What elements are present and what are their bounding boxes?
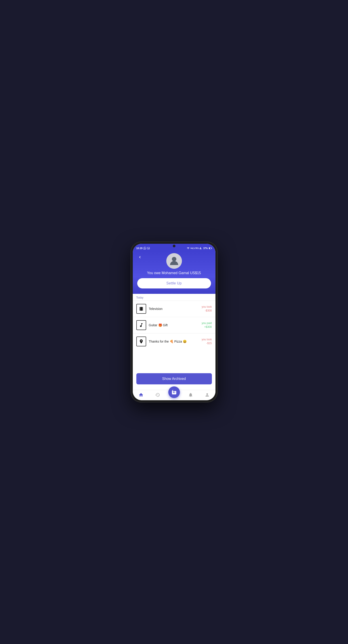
phone-screen: 10:29 Vo) LTE1 37% xyxy=(133,244,215,400)
amount-value: +$300 xyxy=(202,325,212,329)
phone-frame: 10:29 Vo) LTE1 37% xyxy=(130,242,218,402)
notifications-icon xyxy=(188,392,193,398)
content-area: Today Television you took -$300 xyxy=(133,294,215,390)
transaction-list: Television you took -$300 Guitar 🎁 Gift xyxy=(133,300,215,350)
avatar-silhouette-icon xyxy=(169,255,180,266)
transaction-item[interactable]: Guitar 🎁 Gift you paid +$300 xyxy=(133,317,215,333)
nav-item-notifications[interactable] xyxy=(182,392,199,398)
battery-text: 37% xyxy=(203,247,208,250)
amount-value: -$300 xyxy=(202,309,212,312)
show-archived-button[interactable]: Show Archived xyxy=(136,373,212,384)
battery-icon xyxy=(209,247,212,249)
wifi-icon xyxy=(187,247,190,250)
transaction-name: Guitar 🎁 Gift xyxy=(149,323,199,327)
amount-label: you took xyxy=(202,338,212,342)
nav-item-profile[interactable] xyxy=(199,392,215,398)
gallery-icon xyxy=(147,247,150,250)
amount-label: you paid xyxy=(202,321,212,325)
transaction-item[interactable]: Thanks for the 🍕 Pizza 😀 you took -$15 xyxy=(133,333,215,350)
nav-item-action[interactable] xyxy=(166,392,182,398)
transaction-name: Thanks for the 🍕 Pizza 😀 xyxy=(149,340,199,343)
bottom-navigation xyxy=(133,390,215,400)
nav-item-history[interactable] xyxy=(149,392,166,398)
header: You owe Mohamed Gamal US$15 Settle Up xyxy=(133,251,215,294)
transaction-amount: you took -$300 xyxy=(202,305,212,312)
back-button[interactable] xyxy=(136,254,143,261)
transaction-icon-music xyxy=(136,320,146,330)
home-icon xyxy=(138,392,144,398)
amount-value: -$15 xyxy=(202,342,212,345)
status-right: Vo) LTE1 37% xyxy=(187,247,212,250)
transaction-item[interactable]: Television you took -$300 xyxy=(133,300,215,317)
transaction-icon-film xyxy=(136,304,146,314)
avatar xyxy=(166,253,182,269)
camera-notch xyxy=(173,245,175,247)
lte-label: Vo) LTE1 xyxy=(190,247,199,249)
owe-text: You owe Mohamed Gamal US$15 xyxy=(147,271,201,275)
svg-rect-1 xyxy=(209,248,210,249)
action-center-button[interactable] xyxy=(168,386,180,398)
status-time: 10:29 xyxy=(136,247,143,250)
transaction-amount: you paid +$300 xyxy=(202,321,212,329)
history-icon xyxy=(155,392,160,398)
amount-label: you took xyxy=(202,305,212,309)
transaction-name: Television xyxy=(149,307,199,310)
signal-icon xyxy=(200,247,202,250)
svg-rect-2 xyxy=(211,248,212,249)
today-section-header: Today xyxy=(133,294,215,300)
nav-item-home[interactable] xyxy=(133,392,149,398)
whatsapp-icon xyxy=(143,247,146,250)
settle-up-button[interactable]: Settle Up xyxy=(137,278,211,288)
svg-point-3 xyxy=(172,257,176,262)
profile-icon xyxy=(205,392,210,398)
transaction-amount: you took -$15 xyxy=(202,338,212,345)
status-left: 10:29 xyxy=(136,247,150,250)
transaction-icon-location xyxy=(136,336,146,346)
